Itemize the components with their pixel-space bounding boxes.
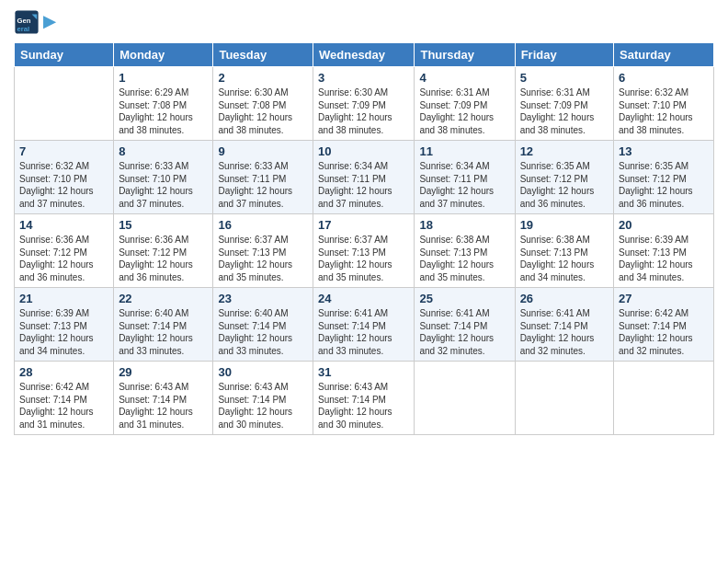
calendar-cell [515, 362, 613, 435]
calendar-cell: 9Sunrise: 6:33 AMSunset: 7:11 PMDaylight… [213, 141, 313, 214]
day-info: Sunrise: 6:32 AMSunset: 7:10 PMDaylight:… [19, 160, 108, 210]
week-row-2: 7Sunrise: 6:32 AMSunset: 7:10 PMDaylight… [15, 141, 714, 214]
weekday-header-thursday: Thursday [415, 43, 515, 67]
calendar-cell: 21Sunrise: 6:39 AMSunset: 7:13 PMDayligh… [15, 288, 114, 362]
header: Gen eral ▶ [14, 9, 714, 35]
logo: Gen eral ▶ [14, 9, 55, 35]
day-number: 5 [520, 71, 609, 85]
calendar-cell: 30Sunrise: 6:43 AMSunset: 7:14 PMDayligh… [213, 362, 313, 435]
calendar-cell: 5Sunrise: 6:31 AMSunset: 7:09 PMDaylight… [515, 67, 613, 141]
day-number: 28 [19, 365, 108, 379]
calendar-cell: 17Sunrise: 6:37 AMSunset: 7:13 PMDayligh… [313, 214, 415, 288]
day-number: 17 [318, 218, 409, 232]
day-number: 3 [318, 71, 409, 85]
day-info: Sunrise: 6:34 AMSunset: 7:11 PMDaylight:… [419, 160, 509, 210]
week-row-3: 14Sunrise: 6:36 AMSunset: 7:12 PMDayligh… [15, 214, 714, 288]
day-info: Sunrise: 6:39 AMSunset: 7:13 PMDaylight:… [619, 234, 709, 283]
calendar-cell: 27Sunrise: 6:42 AMSunset: 7:14 PMDayligh… [614, 288, 714, 362]
calendar-cell [614, 362, 714, 435]
day-number: 29 [119, 365, 208, 379]
calendar-cell: 13Sunrise: 6:35 AMSunset: 7:12 PMDayligh… [614, 141, 714, 214]
calendar-cell: 22Sunrise: 6:40 AMSunset: 7:14 PMDayligh… [114, 288, 213, 362]
day-number: 31 [318, 365, 409, 379]
calendar-cell: 14Sunrise: 6:36 AMSunset: 7:12 PMDayligh… [15, 214, 114, 288]
day-info: Sunrise: 6:35 AMSunset: 7:12 PMDaylight:… [520, 160, 609, 210]
day-number: 9 [218, 144, 308, 158]
day-number: 14 [19, 218, 108, 232]
weekday-header-wednesday: Wednesday [313, 43, 415, 67]
day-number: 25 [419, 292, 509, 305]
day-number: 26 [520, 292, 609, 305]
day-number: 30 [218, 365, 308, 379]
calendar-cell: 31Sunrise: 6:43 AMSunset: 7:14 PMDayligh… [313, 362, 415, 435]
day-info: Sunrise: 6:41 AMSunset: 7:14 PMDaylight:… [318, 307, 409, 357]
day-number: 20 [619, 218, 709, 232]
calendar: SundayMondayTuesdayWednesdayThursdayFrid… [14, 42, 714, 435]
day-info: Sunrise: 6:39 AMSunset: 7:13 PMDaylight:… [19, 307, 108, 357]
calendar-cell: 10Sunrise: 6:34 AMSunset: 7:11 PMDayligh… [313, 141, 415, 214]
day-info: Sunrise: 6:40 AMSunset: 7:14 PMDaylight:… [218, 307, 308, 357]
calendar-cell: 16Sunrise: 6:37 AMSunset: 7:13 PMDayligh… [213, 214, 313, 288]
day-info: Sunrise: 6:41 AMSunset: 7:14 PMDaylight:… [419, 307, 509, 357]
day-info: Sunrise: 6:37 AMSunset: 7:13 PMDaylight:… [218, 234, 308, 283]
calendar-cell: 23Sunrise: 6:40 AMSunset: 7:14 PMDayligh… [213, 288, 313, 362]
calendar-cell: 19Sunrise: 6:38 AMSunset: 7:13 PMDayligh… [515, 214, 613, 288]
calendar-cell: 15Sunrise: 6:36 AMSunset: 7:12 PMDayligh… [114, 214, 213, 288]
day-info: Sunrise: 6:37 AMSunset: 7:13 PMDaylight:… [318, 234, 409, 283]
calendar-cell: 3Sunrise: 6:30 AMSunset: 7:09 PMDaylight… [313, 67, 415, 141]
day-info: Sunrise: 6:42 AMSunset: 7:14 PMDaylight:… [619, 307, 709, 357]
week-row-5: 28Sunrise: 6:42 AMSunset: 7:14 PMDayligh… [15, 362, 714, 435]
weekday-header-friday: Friday [515, 43, 613, 67]
calendar-cell: 2Sunrise: 6:30 AMSunset: 7:08 PMDaylight… [213, 67, 313, 141]
day-number: 21 [19, 292, 108, 305]
day-number: 15 [119, 218, 208, 232]
calendar-cell: 29Sunrise: 6:43 AMSunset: 7:14 PMDayligh… [114, 362, 213, 435]
logo-icon: Gen eral [14, 9, 40, 35]
day-number: 8 [119, 144, 208, 158]
calendar-cell [415, 362, 515, 435]
calendar-cell: 11Sunrise: 6:34 AMSunset: 7:11 PMDayligh… [415, 141, 515, 214]
day-number: 16 [218, 218, 308, 232]
day-info: Sunrise: 6:33 AMSunset: 7:10 PMDaylight:… [119, 160, 208, 210]
calendar-cell: 25Sunrise: 6:41 AMSunset: 7:14 PMDayligh… [415, 288, 515, 362]
day-info: Sunrise: 6:42 AMSunset: 7:14 PMDaylight:… [19, 381, 108, 431]
day-number: 12 [520, 144, 609, 158]
day-number: 10 [318, 144, 409, 158]
day-info: Sunrise: 6:43 AMSunset: 7:14 PMDaylight:… [218, 381, 308, 431]
day-info: Sunrise: 6:31 AMSunset: 7:09 PMDaylight:… [419, 86, 509, 136]
weekday-header-tuesday: Tuesday [213, 43, 313, 67]
weekday-header-monday: Monday [114, 43, 213, 67]
calendar-cell: 20Sunrise: 6:39 AMSunset: 7:13 PMDayligh… [614, 214, 714, 288]
day-info: Sunrise: 6:36 AMSunset: 7:12 PMDaylight:… [19, 234, 108, 283]
week-row-4: 21Sunrise: 6:39 AMSunset: 7:13 PMDayligh… [15, 288, 714, 362]
calendar-cell: 4Sunrise: 6:31 AMSunset: 7:09 PMDaylight… [415, 67, 515, 141]
day-info: Sunrise: 6:40 AMSunset: 7:14 PMDaylight:… [119, 307, 208, 357]
day-number: 19 [520, 218, 609, 232]
weekday-header-row: SundayMondayTuesdayWednesdayThursdayFrid… [15, 43, 714, 67]
calendar-cell: 18Sunrise: 6:38 AMSunset: 7:13 PMDayligh… [415, 214, 515, 288]
calendar-cell: 8Sunrise: 6:33 AMSunset: 7:10 PMDaylight… [114, 141, 213, 214]
logo-text: ▶ [43, 13, 55, 31]
day-info: Sunrise: 6:35 AMSunset: 7:12 PMDaylight:… [619, 160, 709, 210]
weekday-header-saturday: Saturday [614, 43, 714, 67]
calendar-cell: 24Sunrise: 6:41 AMSunset: 7:14 PMDayligh… [313, 288, 415, 362]
weekday-header-sunday: Sunday [15, 43, 114, 67]
day-info: Sunrise: 6:29 AMSunset: 7:08 PMDaylight:… [119, 86, 208, 136]
day-info: Sunrise: 6:38 AMSunset: 7:13 PMDaylight:… [419, 234, 509, 283]
day-number: 18 [419, 218, 509, 232]
day-number: 1 [119, 71, 208, 85]
day-number: 2 [218, 71, 308, 85]
day-info: Sunrise: 6:32 AMSunset: 7:10 PMDaylight:… [619, 86, 709, 136]
day-info: Sunrise: 6:33 AMSunset: 7:11 PMDaylight:… [218, 160, 308, 210]
calendar-cell: 12Sunrise: 6:35 AMSunset: 7:12 PMDayligh… [515, 141, 613, 214]
svg-text:Gen: Gen [17, 17, 31, 25]
day-info: Sunrise: 6:34 AMSunset: 7:11 PMDaylight:… [318, 160, 409, 210]
calendar-cell [15, 67, 114, 141]
day-info: Sunrise: 6:38 AMSunset: 7:13 PMDaylight:… [520, 234, 609, 283]
day-info: Sunrise: 6:30 AMSunset: 7:09 PMDaylight:… [318, 86, 409, 136]
day-info: Sunrise: 6:41 AMSunset: 7:14 PMDaylight:… [520, 307, 609, 357]
calendar-cell: 7Sunrise: 6:32 AMSunset: 7:10 PMDaylight… [15, 141, 114, 214]
day-number: 23 [218, 292, 308, 305]
day-number: 6 [619, 71, 709, 85]
day-number: 13 [619, 144, 709, 158]
